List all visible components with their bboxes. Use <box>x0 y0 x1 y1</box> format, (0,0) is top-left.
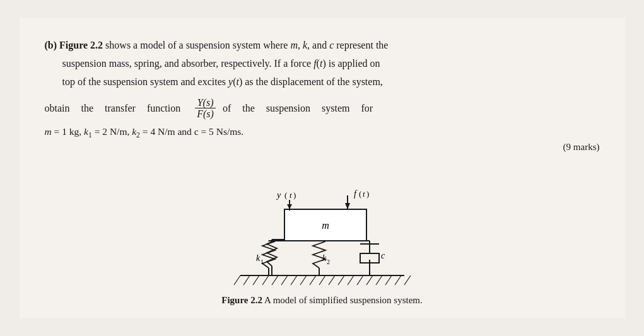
word-obtain: obtain <box>45 103 70 114</box>
text-line-3: top of the suspension system and excites… <box>45 73 600 90</box>
svg-text:(: ( <box>359 189 361 199</box>
svg-line-13 <box>348 275 354 285</box>
svg-line-15 <box>366 275 373 285</box>
svg-text:c: c <box>381 251 385 260</box>
svg-line-14 <box>357 275 363 285</box>
fraction-numerator: Y(s) <box>195 97 216 109</box>
word-the2: the <box>242 103 255 114</box>
svg-text:f: f <box>354 189 358 199</box>
svg-line-10 <box>319 275 325 285</box>
svg-line-2 <box>243 275 250 285</box>
svg-line-18 <box>395 275 401 285</box>
svg-text:k: k <box>322 253 327 263</box>
svg-line-8 <box>300 275 307 285</box>
svg-line-16 <box>376 275 382 285</box>
svg-line-5 <box>272 275 278 285</box>
text-line-2: suspension mass, spring, and absorber, r… <box>45 55 600 72</box>
svg-text:): ) <box>366 189 369 199</box>
fraction-denominator: F(s) <box>194 108 216 120</box>
word-the1: the <box>81 103 94 114</box>
part-label: (b) Figure 2.2 shows a model of a suspen… <box>45 37 389 54</box>
svg-line-6 <box>281 275 288 285</box>
caption-figure-ref: Figure 2.2 <box>221 295 262 305</box>
svg-line-3 <box>253 275 259 285</box>
svg-line-11 <box>329 275 335 285</box>
svg-line-19 <box>404 275 411 285</box>
svg-line-12 <box>338 275 344 285</box>
transfer-function-line: obtain the transfer function Y(s) F(s) o… <box>45 97 600 120</box>
word-suspension: suspension <box>266 103 310 114</box>
fraction: Y(s) F(s) <box>192 97 219 120</box>
word-system: system <box>322 103 349 114</box>
text-line-1: (b) Figure 2.2 shows a model of a suspen… <box>45 37 600 54</box>
figure-area: m k <box>45 159 600 306</box>
diagram: m k <box>221 159 423 291</box>
svg-text:1: 1 <box>261 258 264 265</box>
word-of: of <box>223 103 231 114</box>
svg-marker-51 <box>345 203 350 209</box>
caption-text: A model of simplified suspension system. <box>262 295 423 305</box>
svg-line-9 <box>310 275 316 285</box>
svg-text:2: 2 <box>327 258 330 265</box>
svg-line-17 <box>385 275 392 285</box>
word-function: function <box>147 103 180 114</box>
svg-line-4 <box>262 275 269 285</box>
word-transfer: transfer <box>105 103 136 114</box>
svg-text:y: y <box>276 190 281 200</box>
svg-line-1 <box>234 275 240 285</box>
svg-text:(: ( <box>284 190 287 200</box>
svg-text:): ) <box>293 190 296 200</box>
params-line: m = 1 kg, k1 = 2 N/m, k2 = 4 N/m and c =… <box>45 126 600 139</box>
svg-text:m: m <box>322 220 329 231</box>
question-text: (b) Figure 2.2 shows a model of a suspen… <box>45 37 600 153</box>
marks-label: (9 marks) <box>45 142 600 153</box>
svg-marker-45 <box>287 204 292 209</box>
svg-text:t: t <box>363 189 365 199</box>
svg-text:t: t <box>290 190 292 200</box>
page: (b) Figure 2.2 shows a model of a suspen… <box>20 18 625 318</box>
figure-caption: Figure 2.2 A model of simplified suspens… <box>221 295 422 306</box>
word-for: for <box>361 103 373 114</box>
svg-line-7 <box>291 275 297 285</box>
svg-text:k: k <box>256 253 261 263</box>
